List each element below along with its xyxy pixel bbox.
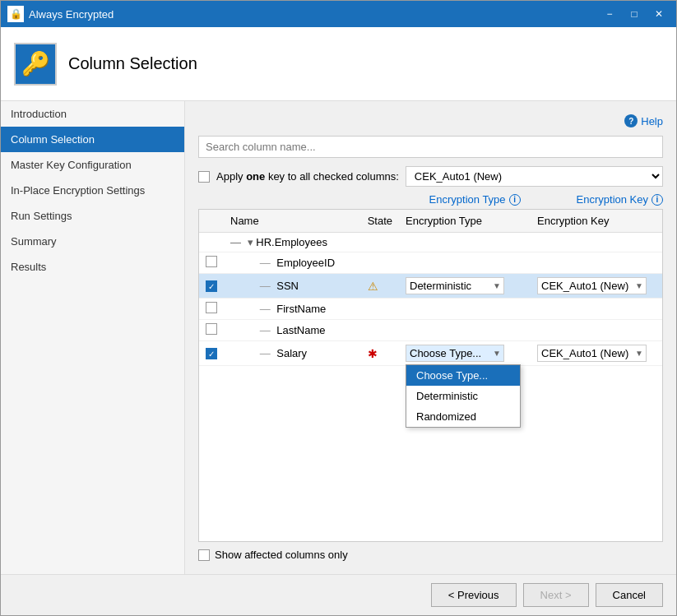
content-area: Introduction Column Selection Master Key…	[1, 101, 676, 574]
previous-button[interactable]: < Previous	[431, 583, 517, 607]
row-checkbox[interactable]: ✓	[206, 280, 217, 292]
row-enc-key-cell: CEK_Auto1 (New) ▼	[531, 274, 662, 299]
row-enc-type-cell	[399, 233, 531, 252]
row-name-cell: — ▾ HR.Employees	[224, 233, 361, 252]
required-icon: ✱	[368, 347, 378, 360]
row-state-cell: ⚠	[361, 274, 399, 299]
row-enc-type-cell: Deterministic Randomized ▼	[399, 274, 531, 299]
row-check-cell	[199, 299, 224, 320]
window-title: Always Encrypted	[29, 8, 599, 21]
apply-label: Apply one key to all checked columns:	[216, 170, 399, 183]
enc-key-select-wrapper: CEK_Auto1 (New) ▼	[537, 277, 647, 294]
main-window: 🔒 Always Encrypted − □ ✕ 🔑 Column Select…	[0, 0, 677, 616]
tree-dash-icon: —	[230, 236, 241, 248]
row-name-label: FirstName	[276, 303, 326, 315]
row-check-cell: ✓	[199, 274, 224, 299]
table-row: — ▾ HR.Employees	[199, 233, 662, 252]
tree-leaf-icon: —	[260, 324, 271, 336]
help-icon: ?	[624, 114, 638, 127]
help-link[interactable]: ? Help	[624, 114, 663, 127]
table-row: ✓ — Salary ✱	[199, 341, 662, 366]
close-button[interactable]: ✕	[648, 6, 670, 22]
sidebar-item-results[interactable]: Results	[1, 254, 184, 280]
enc-key-select[interactable]: CEK_Auto1 (New)	[537, 345, 647, 362]
row-state-cell	[361, 299, 399, 320]
tree-leaf-icon: —	[260, 257, 271, 269]
row-state-cell	[361, 252, 399, 274]
row-enc-type-cell	[399, 299, 531, 320]
table-row: — LastName	[199, 320, 662, 341]
columns-table: Name State Encryption Type Encryption Ke…	[199, 210, 662, 366]
info-row: Encryption Type i Encryption Key i	[198, 193, 663, 206]
table-row: — EmployeeID	[199, 252, 662, 274]
header-icon: 🔑	[14, 43, 57, 86]
main-content: ? Help Apply one key to all checked colu…	[185, 101, 676, 574]
encryption-type-info-icon[interactable]: i	[509, 194, 521, 206]
show-affected-row: Show affected columns only	[198, 549, 663, 561]
row-checkbox[interactable]	[206, 256, 217, 267]
show-affected-label: Show affected columns only	[215, 549, 348, 561]
encryption-key-label: Encryption Key	[577, 193, 648, 206]
row-enc-key-cell	[531, 233, 662, 252]
col-header-check	[199, 210, 224, 233]
row-state-cell	[361, 320, 399, 341]
minimize-button[interactable]: −	[599, 6, 620, 22]
row-name-label: EmployeeID	[276, 257, 335, 269]
col-header-enc-type: Encryption Type	[399, 210, 531, 233]
encryption-type-label: Encryption Type	[429, 193, 506, 206]
row-check-cell	[199, 233, 224, 252]
warning-icon: ⚠	[368, 280, 378, 293]
row-check-cell: ✓	[199, 341, 224, 366]
sidebar: Introduction Column Selection Master Key…	[1, 101, 185, 574]
sidebar-item-in-place-encryption[interactable]: In-Place Encryption Settings	[1, 178, 184, 203]
row-enc-type-cell	[399, 320, 531, 341]
tree-expand-icon[interactable]: ▾	[248, 236, 253, 248]
row-name-cell: — LastName	[224, 320, 361, 341]
row-name-cell: — EmployeeID	[224, 252, 361, 274]
row-checkbox[interactable]: ✓	[206, 348, 217, 359]
col-header-name: Name	[224, 210, 361, 233]
dropdown-option-randomized[interactable]: Randomized	[406, 406, 520, 427]
cancel-button[interactable]: Cancel	[596, 583, 663, 607]
help-label: Help	[641, 115, 663, 127]
sidebar-item-run-settings[interactable]: Run Settings	[1, 203, 184, 229]
row-enc-key-cell	[531, 299, 662, 320]
row-enc-type-cell: Choose Type... Deterministic Randomized …	[399, 341, 531, 366]
page-title: Column Selection	[68, 54, 197, 73]
dropdown-option-choose[interactable]: Choose Type...	[406, 365, 520, 386]
search-input[interactable]	[198, 136, 663, 158]
app-icon: 🔒	[7, 6, 24, 22]
apply-key-row: Apply one key to all checked columns: CE…	[198, 166, 663, 187]
sidebar-item-introduction[interactable]: Introduction	[1, 101, 184, 127]
show-affected-checkbox[interactable]	[198, 549, 210, 561]
header: 🔑 Column Selection	[1, 27, 676, 101]
row-name-cell: — FirstName	[224, 299, 361, 320]
sidebar-item-master-key[interactable]: Master Key Configuration	[1, 152, 184, 178]
enc-type-select-wrapper: Deterministic Randomized ▼	[406, 277, 504, 294]
enc-type-select-salary[interactable]: Choose Type... Deterministic Randomized	[406, 345, 504, 362]
row-enc-key-cell: CEK_Auto1 (New) ▼	[531, 341, 662, 366]
encryption-key-info-icon[interactable]: i	[651, 194, 663, 206]
enc-type-select-wrapper: Choose Type... Deterministic Randomized …	[406, 345, 504, 362]
sidebar-item-summary[interactable]: Summary	[1, 229, 184, 254]
row-name-label: HR.Employees	[256, 236, 327, 248]
row-enc-type-cell	[399, 252, 531, 274]
row-name-label: LastName	[276, 324, 325, 336]
next-button[interactable]: Next >	[523, 583, 589, 607]
info-right: Encryption Type i Encryption Key i	[429, 193, 663, 206]
enc-type-select[interactable]: Deterministic Randomized	[406, 277, 504, 294]
tree-leaf-icon: —	[260, 347, 271, 359]
row-checkbox[interactable]	[206, 323, 217, 335]
apply-all-checkbox[interactable]	[198, 171, 210, 183]
window-controls: − □ ✕	[599, 6, 670, 22]
dropdown-option-deterministic[interactable]: Deterministic	[406, 386, 520, 406]
col-header-enc-key: Encryption Key	[531, 210, 662, 233]
sidebar-item-column-selection[interactable]: Column Selection	[1, 127, 184, 152]
row-enc-key-cell	[531, 320, 662, 341]
table-row: ✓ — SSN ⚠	[199, 274, 662, 299]
restore-button[interactable]: □	[624, 6, 645, 22]
row-checkbox[interactable]	[206, 302, 217, 313]
col-header-state: State	[361, 210, 399, 233]
apply-key-select[interactable]: CEK_Auto1 (New)	[406, 166, 663, 187]
enc-key-select[interactable]: CEK_Auto1 (New)	[537, 277, 647, 294]
